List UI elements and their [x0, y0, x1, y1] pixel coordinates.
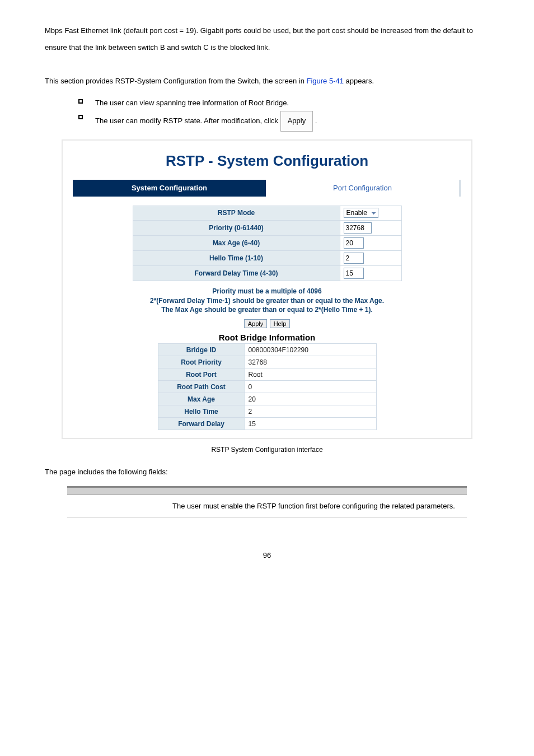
config-row-rstp-mode: RSTP Mode Enable [133, 206, 401, 220]
config-row-max-age: Max Age (6-40) [133, 235, 401, 250]
hello-time-input[interactable] [344, 253, 364, 264]
root-bridge-table: Bridge ID008000304F102290 Root Priority3… [158, 343, 377, 430]
bullet-item-2: The user can modify RSTP state. After mo… [78, 111, 489, 132]
info-value: 0 [245, 381, 376, 393]
info-value: 008000304F102290 [245, 344, 376, 356]
table-row: Hello Time2 [158, 405, 376, 418]
info-value: Root [245, 368, 376, 381]
intro-p2-b: appears. [344, 77, 374, 85]
bullet-2-text-a: The user can modify RSTP state. After mo… [95, 116, 280, 125]
info-label: Forward Delay [158, 418, 245, 430]
priority-input[interactable] [344, 222, 372, 234]
field-name-cell [67, 495, 168, 517]
button-row: Apply Help [73, 318, 461, 328]
apply-inline-button[interactable]: Apply [280, 111, 313, 132]
priority-notes: Priority must be a multiple of 4096 2*(F… [73, 287, 461, 315]
fields-description-table: The user must enable the RSTP function f… [67, 486, 467, 517]
bullet-item-1: The user can view spanning tree informat… [78, 95, 489, 111]
table-row: Root Path Cost0 [158, 381, 376, 393]
bullet-square-icon [78, 99, 83, 104]
bullet-2-text-b: . [315, 116, 317, 125]
info-value: 20 [245, 393, 376, 405]
header-cell [168, 487, 467, 495]
intro-paragraph-2: This section provides RSTP-System Config… [45, 73, 489, 90]
info-value: 2 [245, 405, 376, 418]
apply-button[interactable]: Apply [244, 319, 268, 328]
intro-p2-a: This section provides RSTP-System Config… [45, 77, 306, 85]
root-bridge-title: Root Bridge Information [73, 333, 461, 342]
note-line-2: 2*(Forward Delay Time-1) should be great… [73, 296, 461, 306]
help-button[interactable]: Help [270, 319, 291, 328]
bullet-1-text: The user can view spanning tree informat… [95, 99, 289, 107]
figure-caption: RSTP System Configuration interface [45, 446, 489, 454]
config-label: Priority (0-61440) [133, 220, 340, 235]
fields-intro: The page includes the following fields: [45, 464, 489, 480]
info-label: Hello Time [158, 405, 245, 418]
figure-reference-link[interactable]: Figure 5-41 [306, 77, 343, 85]
info-label: Bridge ID [158, 344, 245, 356]
note-line-3: The Max Age should be greater than or eq… [73, 305, 461, 315]
table-row: Root PortRoot [158, 368, 376, 381]
fields-table-header [67, 487, 467, 495]
info-label: Root Port [158, 368, 245, 381]
table-row: Bridge ID008000304F102290 [158, 344, 376, 356]
header-cell [67, 487, 168, 495]
table-row: Max Age20 [158, 393, 376, 405]
config-row-hello-time: Hello Time (1-10) [133, 250, 401, 265]
info-label: Max Age [158, 393, 245, 405]
info-label: Root Priority [158, 356, 245, 368]
bullet-square-icon [78, 115, 83, 119]
info-value: 32768 [245, 356, 376, 368]
intro-paragraph-1: Mbps Fast Ethernet link (default port co… [45, 22, 489, 56]
fields-table-row: The user must enable the RSTP function f… [67, 495, 467, 517]
note-line-1: Priority must be a multiple of 4096 [73, 287, 461, 296]
page-number: 96 [45, 551, 489, 559]
tab-separator [459, 180, 461, 197]
config-row-forward-delay: Forward Delay Time (4-30) [133, 265, 401, 281]
config-label: RSTP Mode [133, 206, 340, 220]
max-age-input[interactable] [344, 237, 364, 249]
table-row: Root Priority32768 [158, 356, 376, 368]
info-value: 15 [245, 418, 376, 430]
config-label: Hello Time (1-10) [133, 250, 340, 265]
table-row: Forward Delay15 [158, 418, 376, 430]
tab-port-configuration[interactable]: Port Configuration [266, 180, 459, 197]
panel-title: RSTP - System Configuration [73, 152, 461, 170]
info-label: Root Path Cost [158, 381, 245, 393]
field-desc-cell: The user must enable the RSTP function f… [168, 495, 467, 517]
tab-bar: System Configuration Port Configuration [73, 180, 461, 197]
config-label: Forward Delay Time (4-30) [133, 265, 340, 281]
tab-system-configuration[interactable]: System Configuration [73, 180, 266, 197]
forward-delay-input[interactable] [344, 268, 364, 279]
rstp-screenshot-panel: RSTP - System Configuration System Confi… [62, 139, 472, 439]
config-label: Max Age (6-40) [133, 235, 340, 250]
config-table: RSTP Mode Enable Priority (0-61440) Max … [133, 206, 402, 281]
rstp-mode-select[interactable]: Enable [344, 208, 378, 218]
config-row-priority: Priority (0-61440) [133, 220, 401, 235]
